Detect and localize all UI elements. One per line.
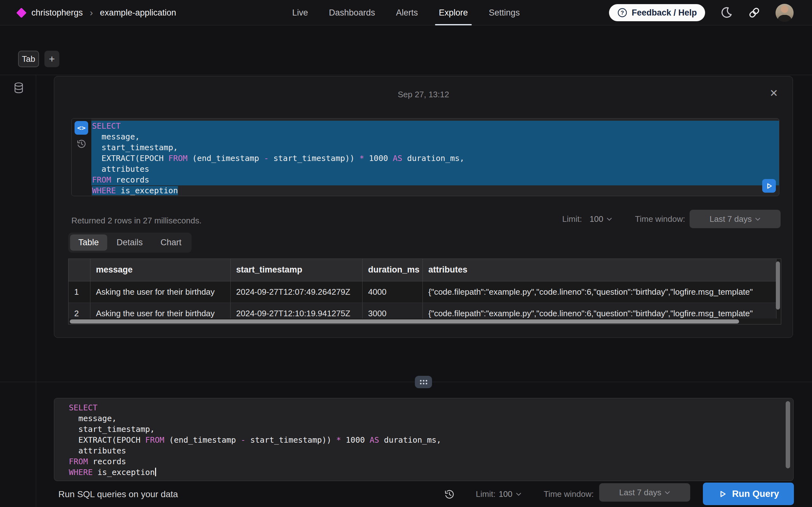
editor-limit-control: Limit: 100 <box>476 481 521 507</box>
code-icon[interactable]: <> <box>74 121 88 135</box>
logfire-logo-icon[interactable] <box>16 8 27 18</box>
query-result-card: Sep 27, 13:12 ✕ <> SELECT message, start… <box>54 76 793 338</box>
svg-text:?: ? <box>621 10 624 16</box>
sql-code-selected[interactable]: SELECT message, start_timestamp, EXTRACT… <box>91 121 779 196</box>
sql-line: start_timestamp, <box>68 424 441 435</box>
col-header-rownum <box>68 259 90 281</box>
editor-toolbar: Run SQL queries on your data Limit: 100 … <box>0 481 812 507</box>
close-icon[interactable]: ✕ <box>769 87 778 99</box>
top-header: christophergs › example-application Live… <box>0 0 812 25</box>
sql-line: message, <box>68 413 441 424</box>
editor-vertical-scrollbar[interactable] <box>786 401 790 468</box>
result-controls: Limit: 100 Time window: Last 7 days <box>562 210 780 228</box>
sql-line: attributes <box>68 446 441 456</box>
time-window-label: Time window: <box>544 489 594 499</box>
question-circle-icon: ? <box>617 8 627 18</box>
run-query-label: Run Query <box>732 489 779 499</box>
breadcrumb-separator-icon: › <box>90 8 93 17</box>
col-header-duration_ms[interactable]: duration_ms <box>362 259 422 281</box>
time-window-label: Time window: <box>635 214 685 224</box>
col-header-start_timestamp[interactable]: start_timestamp <box>230 259 362 281</box>
col-header-attributes[interactable]: attributes <box>422 259 776 281</box>
col-header-message[interactable]: message <box>90 259 230 281</box>
cell-message: Asking the user for their birthday <box>90 281 230 302</box>
share-link-icon[interactable] <box>748 6 761 19</box>
sql-line: FROM records <box>68 456 441 467</box>
run-query-mini-button[interactable] <box>762 179 776 193</box>
results-table-container: messagestart_timestampduration_msattribu… <box>68 259 781 325</box>
breadcrumb-project[interactable]: example-application <box>100 8 176 18</box>
sql-line: EXTRACT(EPOCH FROM (end_timestamp - star… <box>68 435 441 446</box>
row-number: 1 <box>68 281 90 302</box>
results-table: messagestart_timestampduration_msattribu… <box>68 259 776 324</box>
view-tab-details[interactable]: Details <box>108 234 151 250</box>
add-tab-button[interactable]: + <box>44 51 59 67</box>
nav-explore[interactable]: Explore <box>439 0 468 25</box>
play-icon <box>718 489 727 499</box>
nav-settings[interactable]: Settings <box>489 0 520 25</box>
header-actions: ? Feedback / Help <box>609 0 794 25</box>
cell-duration_ms: 4000 <box>362 281 422 302</box>
cell-start_timestamp: 2024-09-27T12:07:49.264279Z <box>230 281 362 302</box>
theme-toggle-moon-icon[interactable] <box>720 6 733 19</box>
breadcrumb: christophergs › example-application <box>18 0 176 25</box>
sql-line: SELECT <box>91 121 779 131</box>
explore-page: christophergs › example-application Live… <box>0 0 812 507</box>
table-row[interactable]: 1Asking the user for their birthday2024-… <box>68 281 776 302</box>
sql-editor[interactable]: SELECT message, start_timestamp, EXTRACT… <box>54 398 794 481</box>
pane-resize-handle[interactable] <box>415 376 432 388</box>
sql-query-viewer[interactable]: <> SELECT message, start_timestamp, EXTR… <box>71 118 779 196</box>
sql-line: WHERE is_exception <box>91 185 779 196</box>
user-avatar[interactable] <box>775 4 794 22</box>
content-divider <box>0 75 812 75</box>
query-timestamp: Sep 27, 13:12 <box>54 90 793 100</box>
history-icon[interactable] <box>77 139 87 149</box>
sql-line: FROM records <box>91 175 779 185</box>
sql-line: SELECT <box>68 402 441 413</box>
play-icon <box>765 181 774 190</box>
schema-database-icon[interactable] <box>13 82 25 95</box>
limit-dropdown[interactable]: 100 <box>499 489 521 499</box>
cell-attributes: {"code.filepath":"example.py","code.line… <box>422 281 776 302</box>
run-query-button[interactable]: Run Query <box>703 483 794 505</box>
time-window-dropdown[interactable]: Last 7 days <box>690 210 780 228</box>
nav-dashboards[interactable]: Dashboards <box>329 0 375 25</box>
feedback-help-label: Feedback / Help <box>631 8 697 18</box>
main-nav: LiveDashboardsAlertsExploreSettings <box>292 0 519 25</box>
limit-dropdown[interactable]: 100 <box>590 214 612 224</box>
view-tab-chart[interactable]: Chart <box>152 234 190 250</box>
limit-label: Limit: <box>476 489 496 499</box>
nav-live[interactable]: Live <box>292 0 308 25</box>
editor-hint: Run SQL queries on your data <box>58 481 178 507</box>
chevron-down-icon <box>755 217 761 221</box>
chevron-down-icon <box>664 491 670 494</box>
table-vertical-scrollbar[interactable] <box>776 262 780 309</box>
chevron-down-icon <box>606 217 612 221</box>
breadcrumb-org[interactable]: christophergs <box>32 8 83 18</box>
query-history-icon[interactable] <box>444 489 455 500</box>
chevron-down-icon <box>516 493 521 496</box>
sql-line: start_timestamp, <box>91 142 779 153</box>
table-horizontal-scrollbar-track <box>68 319 781 324</box>
limit-label: Limit: <box>562 214 582 224</box>
result-view-tabs: TableDetailsChart <box>68 233 192 252</box>
query-tab[interactable]: Tab <box>18 51 39 67</box>
results-table-header: messagestart_timestampduration_msattribu… <box>68 259 776 281</box>
sql-editor-code[interactable]: SELECT message, start_timestamp, EXTRACT… <box>68 402 441 478</box>
view-tab-table[interactable]: Table <box>70 234 107 250</box>
table-horizontal-scrollbar[interactable] <box>70 320 739 324</box>
text-cursor <box>155 468 156 476</box>
nav-alerts[interactable]: Alerts <box>396 0 418 25</box>
sql-line: EXTRACT(EPOCH FROM (end_timestamp - star… <box>91 153 779 164</box>
results-table-body: 1Asking the user for their birthday2024-… <box>68 281 776 324</box>
sql-line: message, <box>91 131 779 142</box>
feedback-help-button[interactable]: ? Feedback / Help <box>609 4 705 21</box>
result-summary: Returned 2 rows in 27 milliseconds. <box>71 216 201 226</box>
sql-line: attributes <box>91 164 779 175</box>
pane-divider <box>0 382 812 382</box>
sidebar-divider <box>36 75 36 507</box>
time-window-dropdown[interactable]: Last 7 days <box>599 483 690 502</box>
sql-line: WHERE is_exception <box>68 467 441 478</box>
